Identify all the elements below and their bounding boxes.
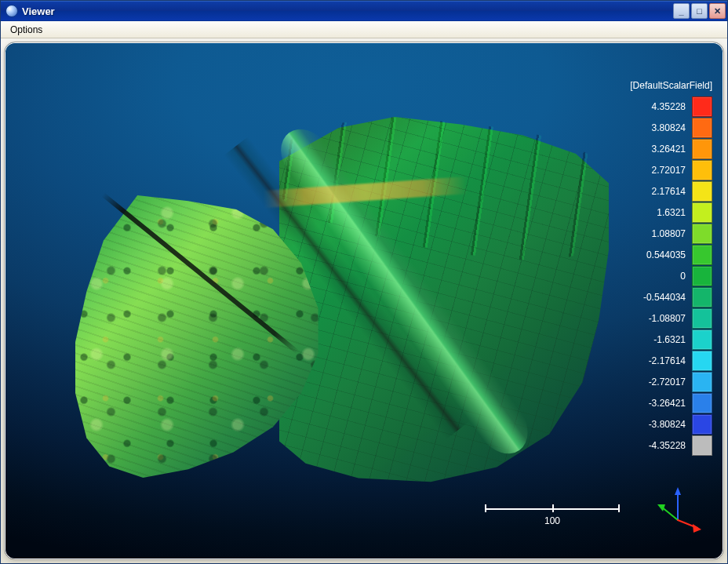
scalar-legend-value: 2.17614 [629, 186, 686, 197]
scalar-legend-row: 0.544035 [629, 244, 712, 265]
scalar-legend-swatch [692, 393, 712, 413]
scalar-legend-row: 3.26421 [629, 138, 712, 159]
close-icon: ✕ [714, 6, 721, 16]
scalar-legend-value: -3.26421 [629, 398, 686, 409]
app-window: Viewer _ □ ✕ Options [0, 0, 728, 564]
scalar-legend-value: -1.08807 [629, 313, 686, 324]
scalar-legend-swatch [692, 308, 712, 329]
axis-z-arrow-icon [675, 487, 681, 495]
scalar-legend-swatch [692, 414, 712, 435]
scalar-legend-value: 0.544035 [629, 249, 686, 260]
scalar-legend-value: -4.35228 [629, 440, 686, 451]
scalar-legend-row: 2.72017 [629, 159, 712, 180]
scalar-legend-row: 1.6321 [629, 202, 712, 223]
model-surface-left [75, 195, 358, 478]
scalar-legend-row: -1.08807 [629, 307, 712, 329]
menubar: Options [1, 21, 727, 38]
maximize-icon: □ [697, 6, 702, 16]
scalar-legend-value: -3.80824 [629, 419, 686, 430]
menu-options[interactable]: Options [4, 23, 49, 37]
scalar-legend-row: -3.80824 [629, 413, 712, 435]
titlebar[interactable]: Viewer _ □ ✕ [1, 1, 727, 21]
window-buttons: _ □ ✕ [673, 3, 726, 19]
scalar-legend-row: -1.6321 [629, 329, 712, 350]
scalar-legend-swatch [692, 329, 712, 350]
scalar-legend-value: -2.72017 [629, 377, 686, 388]
scalar-legend-swatch [692, 181, 712, 202]
model-surface-ridge [270, 119, 538, 464]
scalar-legend-swatch [692, 351, 712, 371]
scale-bar-line [485, 504, 620, 512]
scalar-legend-swatch [692, 435, 712, 456]
scalar-legend-value: 3.26421 [629, 144, 686, 155]
axis-y-arrow-icon [657, 504, 665, 511]
window-title: Viewer [22, 5, 673, 17]
scalar-legend-row: 0 [629, 265, 712, 286]
scalar-field-title: [DefaultScalarField] [629, 80, 712, 91]
model-highlight-band [264, 176, 468, 208]
scalar-legend-row: -2.17614 [629, 350, 712, 371]
scalar-legend-swatch [692, 372, 712, 392]
scalar-legend-value: 0 [629, 271, 686, 282]
scalar-legend-row: -3.26421 [629, 392, 712, 413]
minimize-button[interactable]: _ [673, 3, 690, 19]
scalar-legend-row: 4.35228 [629, 96, 712, 117]
scalar-legend-value: 2.72017 [629, 165, 686, 176]
scalar-legend-swatch [692, 287, 712, 307]
model-surface-folds [271, 117, 601, 368]
client-area: [DefaultScalarField] 4.352283.808243.264… [1, 38, 727, 563]
minimize-icon: _ [679, 6, 683, 16]
axis-x-arrow-icon [693, 524, 701, 533]
scalar-legend-row: 2.17614 [629, 180, 712, 202]
scalar-legend-value: 4.35228 [629, 101, 686, 112]
model-surface-right [279, 117, 609, 486]
scalar-legend-row: -2.72017 [629, 371, 712, 392]
scalar-legend-swatch [692, 224, 712, 244]
model-surface-groove [224, 136, 471, 440]
scalar-legend-row: -4.35228 [629, 435, 712, 456]
point-cloud-model [75, 109, 601, 486]
maximize-button[interactable]: □ [691, 3, 708, 19]
scalar-legend-value: -0.544034 [629, 292, 686, 303]
scalar-legend-row: 3.80824 [629, 117, 712, 138]
scalar-legend-swatch [692, 118, 712, 138]
scalar-legend-value: 1.6321 [629, 207, 686, 218]
scalar-legend-swatch [692, 139, 712, 159]
axis-trihedron [654, 487, 701, 534]
axis-y [661, 507, 678, 520]
scalar-legend-swatch [692, 160, 712, 180]
scalar-legend-row: -0.544034 [629, 286, 712, 307]
scalar-field-legend: [DefaultScalarField] 4.352283.808243.264… [629, 80, 712, 456]
scalar-legend-swatch [692, 96, 712, 117]
scalar-legend-swatch [692, 245, 712, 265]
scalar-legend-value: -1.6321 [629, 334, 686, 345]
scalar-legend-row: 1.08807 [629, 223, 712, 244]
scale-bar: 100 [485, 504, 620, 526]
app-icon [5, 5, 18, 17]
close-button[interactable]: ✕ [709, 3, 726, 19]
model-surface-crack [101, 193, 299, 355]
viewport-3d[interactable]: [DefaultScalarField] 4.352283.808243.264… [4, 42, 724, 560]
scalar-legend-value: 1.08807 [629, 228, 686, 239]
scalar-legend-swatch [692, 202, 712, 223]
scalar-legend-value: 3.80824 [629, 122, 686, 133]
scalar-legend-value: -2.17614 [629, 355, 686, 366]
scale-bar-label: 100 [485, 515, 620, 526]
scalar-legend-swatch [692, 266, 712, 286]
